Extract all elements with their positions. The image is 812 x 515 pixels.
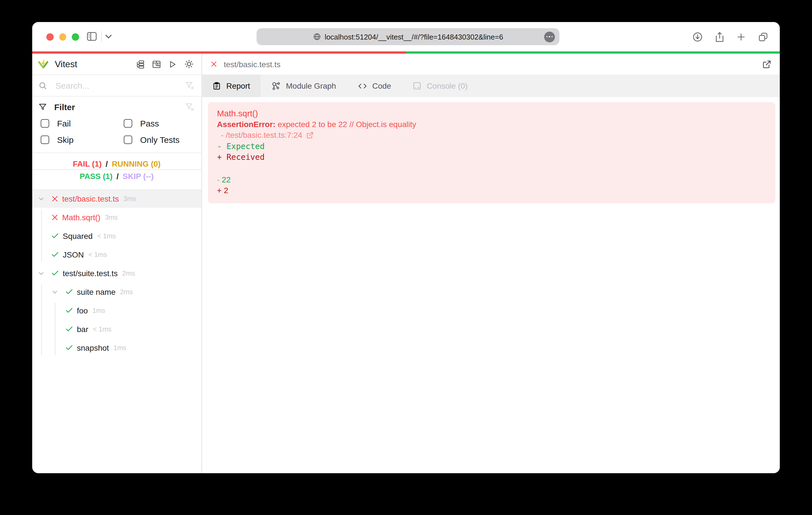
toolbar-actions (692, 22, 768, 51)
tab-report[interactable]: Report (202, 74, 261, 97)
diff-added-line: + 2 (217, 185, 766, 196)
fail-x-icon (51, 213, 59, 221)
pass-check-icon (65, 287, 74, 296)
skip-count: SKIP (--) (123, 172, 154, 181)
vitest-brand: Vitest (37, 58, 136, 70)
module-graph-icon (271, 81, 281, 91)
test-label: suite name (77, 287, 116, 296)
filter-section-header: Filter (32, 96, 201, 117)
diff-removed-value: 22 (220, 175, 231, 184)
chevron-down-icon[interactable] (38, 270, 45, 276)
tree-item-bar[interactable]: bar < 1ms (32, 320, 201, 338)
minimize-window-button[interactable] (59, 33, 66, 40)
url-bar[interactable]: localhost:51204/__vitest__/#/?file=16484… (257, 28, 559, 45)
only-tests-checkbox[interactable] (124, 135, 132, 144)
globe-icon (313, 33, 321, 41)
diff-added-sign: + (217, 186, 222, 195)
sidebar-header: Vitest (32, 54, 201, 75)
tab-report-label: Report (226, 81, 250, 90)
summary-separator: / (106, 159, 108, 168)
clear-search-filter-icon[interactable] (185, 81, 194, 90)
test-label: bar (77, 325, 88, 333)
file-header: test/basic.test.ts (202, 54, 780, 74)
tab-code[interactable]: Code (347, 74, 402, 97)
downloads-button[interactable] (692, 31, 703, 42)
pass-check-icon (51, 232, 59, 240)
tree-item-file-suite[interactable]: test/suite.test.ts 2ms (32, 264, 201, 282)
open-in-editor-icon[interactable] (762, 60, 771, 69)
vitest-logo-icon (37, 58, 49, 70)
test-label: test/basic.test.ts (62, 194, 119, 203)
code-icon (357, 81, 367, 91)
pass-check-icon (65, 325, 74, 333)
diff-added-value: 2 (222, 186, 228, 195)
page-settings-button[interactable] (544, 31, 555, 42)
filter-only-tests[interactable]: Only Tests (124, 135, 196, 145)
tab-module-graph[interactable]: Module Graph (261, 74, 347, 97)
url-text[interactable]: localhost:51204/__vitest__/#/?file=16484… (325, 32, 503, 41)
test-label: JSON (63, 250, 84, 259)
test-duration: 1ms (114, 344, 126, 352)
app-title: Vitest (55, 59, 77, 69)
diff-removed-sign: - (217, 175, 220, 184)
fail-label: Fail (57, 119, 70, 128)
test-duration: 3ms (123, 194, 136, 203)
failed-test-title: Math.sqrt() (217, 108, 766, 119)
tab-code-label: Code (372, 81, 391, 90)
screen: localhost:51204/__vitest__/#/?file=16484… (0, 0, 812, 515)
tab-overview-button[interactable] (758, 31, 768, 42)
test-label: test/suite.test.ts (63, 269, 118, 277)
chevron-down-icon[interactable] (38, 195, 45, 202)
tree-item-math-sqrt[interactable]: Math.sqrt() 3ms (32, 208, 201, 226)
report-clipboard-icon (213, 81, 221, 90)
external-link-icon[interactable] (306, 132, 314, 139)
tab-console-label: Console (0) (427, 81, 468, 90)
tree-item-snapshot[interactable]: snapshot 1ms (32, 338, 201, 357)
filter-fail[interactable]: Fail (41, 119, 124, 128)
filter-pass[interactable]: Pass (124, 119, 196, 128)
search-input[interactable] (54, 80, 185, 91)
tree-item-suite-name[interactable]: suite name 2ms (32, 282, 201, 301)
theme-toggle-sun-icon[interactable] (184, 59, 194, 69)
diff-received-header: + Received (217, 152, 766, 163)
skip-checkbox[interactable] (41, 135, 49, 144)
open-file-name: test/basic.test.ts (224, 60, 762, 69)
run-all-icon[interactable] (168, 60, 177, 69)
chevron-down-icon[interactable] (105, 34, 112, 39)
test-tree: test/basic.test.ts 3ms Math.sqrt() 3ms S… (32, 189, 201, 357)
error-name: AssertionError: (217, 119, 278, 128)
summary-separator: / (116, 172, 119, 181)
tab-console: Console (0) (402, 74, 478, 97)
test-label: foo (77, 306, 88, 315)
pass-checkbox[interactable] (124, 119, 132, 128)
fail-x-icon (51, 194, 59, 203)
browser-toolbar: localhost:51204/__vitest__/#/?file=16484… (32, 22, 780, 51)
filter-options: Fail Pass Skip Only Tests (32, 117, 201, 153)
chevron-down-icon[interactable] (51, 288, 58, 295)
test-label: Math.sqrt() (62, 213, 100, 222)
test-duration: 2ms (122, 269, 135, 277)
test-duration: 2ms (120, 288, 133, 296)
group-tests-icon[interactable] (136, 60, 145, 69)
fail-checkbox[interactable] (41, 119, 49, 128)
close-window-button[interactable] (46, 33, 53, 40)
stack-frame-text: - /test/basic.test.ts:7:24 (221, 130, 302, 141)
share-button[interactable] (715, 31, 724, 42)
tree-item-file-basic[interactable]: test/basic.test.ts 3ms (32, 189, 201, 208)
tree-item-json[interactable]: JSON < 1ms (32, 245, 201, 264)
filter-skip[interactable]: Skip (41, 135, 124, 145)
new-tab-button[interactable] (736, 32, 746, 41)
tree-item-squared[interactable]: Squared < 1ms (32, 226, 201, 245)
tab-module-graph-label: Module Graph (286, 81, 336, 90)
clear-filter-icon[interactable] (185, 102, 194, 112)
tree-item-foo[interactable]: foo 1ms (32, 301, 201, 320)
stack-frame-link[interactable]: - /test/basic.test.ts:7:24 (217, 130, 766, 141)
dashboard-icon[interactable] (152, 60, 161, 69)
error-message: expected 2 to be 22 // Object.is equalit… (278, 119, 416, 128)
main-panel: test/basic.test.ts Report (202, 54, 780, 473)
sidebar-toggle-icon[interactable] (86, 32, 97, 41)
zoom-window-button[interactable] (72, 33, 79, 40)
main-tabs: Report Module Graph Code (202, 74, 780, 97)
search-icon (38, 81, 47, 90)
test-label: snapshot (77, 343, 109, 352)
